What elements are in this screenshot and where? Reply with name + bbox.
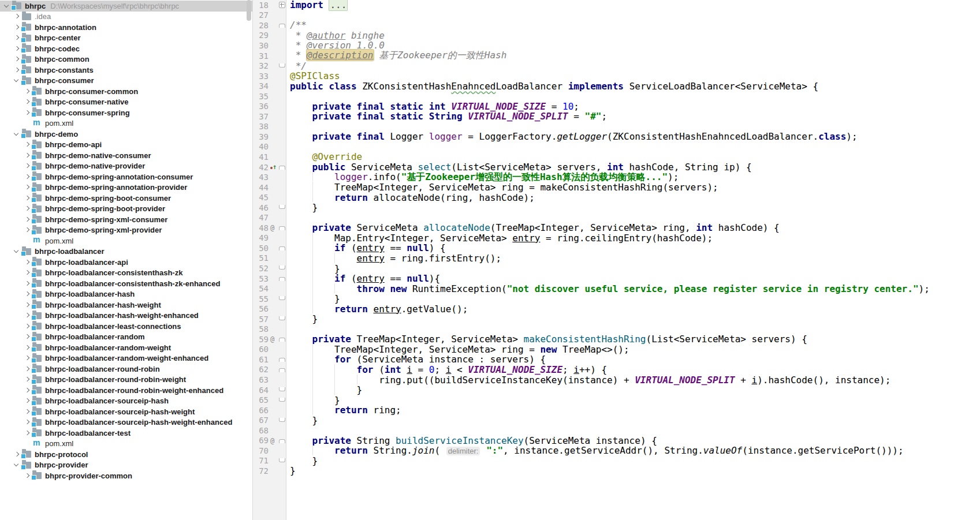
- tree-item[interactable]: bhrpc-demo-spring-xml-provider: [0, 225, 252, 236]
- editor-line[interactable]: 48private ServiceMeta allocateNode(TreeM…: [253, 223, 980, 233]
- tree-item[interactable]: bhrpcD:\Workspaces\myself\rpc\bhrpc\bhrp…: [0, 1, 252, 12]
- tree-item[interactable]: bhrpc-protocol: [0, 449, 252, 460]
- editor-line[interactable]: 66return ring;: [253, 405, 980, 416]
- chevron-down-icon[interactable]: [12, 461, 21, 469]
- editor-line[interactable]: 60TreeMap<Integer, ServiceMeta> ring = n…: [253, 345, 980, 355]
- editor-line[interactable]: 53if (entry == null){: [253, 274, 980, 284]
- chevron-right-icon[interactable]: [23, 407, 31, 416]
- fold-open-icon[interactable]: [279, 368, 285, 372]
- chevron-right-icon[interactable]: [23, 162, 31, 170]
- chevron-right-icon[interactable]: [23, 226, 31, 234]
- tree-item[interactable]: bhrpc-loadbalancer-sourceip-hash: [0, 396, 252, 407]
- editor-line[interactable]: 43logger.info("基于Zookeeper增强型的一致性Hash算法的…: [253, 172, 980, 182]
- tree-item[interactable]: bhrpc-loadbalancer-sourceip-hash-weight-…: [0, 417, 252, 428]
- override-method-icon[interactable]: [269, 162, 278, 173]
- code-text[interactable]: * @description 基于Zookeeper的一致性Hash: [286, 50, 506, 62]
- editor-line[interactable]: 41@Override: [253, 152, 980, 162]
- tree-item[interactable]: bhrpc-consumer-native: [0, 97, 252, 108]
- editor-line[interactable]: 18import ...: [253, 0, 980, 10]
- chevron-right-icon[interactable]: [23, 109, 31, 117]
- chevron-right-icon[interactable]: [23, 290, 31, 298]
- chevron-right-icon[interactable]: [23, 183, 31, 192]
- chevron-down-icon[interactable]: [12, 76, 21, 85]
- fold-end-icon[interactable]: [279, 418, 285, 422]
- fold-open-icon[interactable]: [279, 338, 285, 342]
- chevron-right-icon[interactable]: [23, 215, 31, 224]
- chevron-right-icon[interactable]: [12, 12, 21, 21]
- chevron-right-icon[interactable]: [23, 173, 31, 181]
- tree-item[interactable]: pom.xml: [0, 439, 252, 450]
- chevron-right-icon[interactable]: [23, 98, 31, 106]
- chevron-right-icon[interactable]: [23, 386, 31, 395]
- editor-line[interactable]: 56return entry.getValue();: [253, 304, 980, 314]
- tree-item[interactable]: bhrpc-demo-spring-annotation-consumer: [0, 171, 252, 182]
- chevron-right-icon[interactable]: [12, 33, 21, 42]
- code-text[interactable]: private TreeMap<Integer, ServiceMeta> ma…: [286, 334, 807, 345]
- editor-line[interactable]: 37private final static String VIRTUAL_NO…: [253, 111, 980, 122]
- chevron-right-icon[interactable]: [23, 343, 31, 352]
- tree-item[interactable]: bhrpc-loadbalancer-round-robin-weight: [0, 375, 252, 386]
- editor-line[interactable]: 44TreeMap<Integer, ServiceMeta> ring = m…: [253, 182, 980, 193]
- fold-open-icon[interactable]: [279, 226, 285, 230]
- code-text[interactable]: }: [286, 455, 318, 466]
- editor-line[interactable]: 40: [253, 142, 980, 152]
- fold-open-icon[interactable]: [279, 246, 285, 250]
- code-text[interactable]: public class ZKConsistentHashEnahncedLoa…: [286, 81, 818, 92]
- fold-open-icon[interactable]: [279, 24, 285, 28]
- code-text[interactable]: private String buildServiceInstanceKey(S…: [286, 435, 657, 446]
- chevron-right-icon[interactable]: [23, 472, 31, 480]
- annotated-method-icon[interactable]: [269, 334, 278, 345]
- annotated-method-icon[interactable]: [269, 223, 278, 233]
- editor-line[interactable]: 62for (int i = 0; i < VIRTUAL_NODE_SIZE;…: [253, 365, 980, 375]
- tree-item[interactable]: bhrpc-loadbalancer-hash-weight: [0, 300, 252, 310]
- fold-end-icon[interactable]: [279, 265, 285, 270]
- tree-item[interactable]: bhrpc-loadbalancer-hash: [0, 289, 252, 300]
- tree-item[interactable]: bhrpc-demo-spring-boot-provider: [0, 204, 252, 215]
- code-text[interactable]: return ring;: [286, 405, 401, 416]
- chevron-right-icon[interactable]: [23, 301, 31, 309]
- code-text[interactable]: throw new RuntimeException("not discover…: [286, 283, 930, 294]
- tree-item[interactable]: bhrpc-constants: [0, 65, 252, 76]
- code-text[interactable]: */: [286, 61, 307, 72]
- code-text[interactable]: @SPIClass: [286, 70, 340, 81]
- editor-line[interactable]: 59private TreeMap<Integer, ServiceMeta> …: [253, 334, 980, 345]
- code-text[interactable]: }: [286, 293, 340, 304]
- tree-item[interactable]: bhrpc-demo-native-provider: [0, 161, 252, 172]
- chevron-right-icon[interactable]: [23, 322, 31, 331]
- editor-line[interactable]: 54throw new RuntimeException("not discov…: [253, 283, 980, 294]
- tree-item[interactable]: bhrpc-loadbalancer-round-robin-weight-en…: [0, 385, 252, 396]
- fold-end-icon[interactable]: [279, 205, 285, 209]
- tree-item[interactable]: pom.xml: [0, 235, 252, 246]
- tree-item[interactable]: bhrpc-demo-spring-xml-consumer: [0, 214, 252, 225]
- editor-line[interactable]: 31 * @description 基于Zookeeper的一致性Hash: [253, 51, 980, 61]
- tree-item[interactable]: bhrpc-codec: [0, 43, 252, 54]
- chevron-right-icon[interactable]: [23, 268, 31, 277]
- code-text[interactable]: @Override: [286, 151, 362, 162]
- tree-item[interactable]: bhrpc-loadbalancer-consistenthash-zk: [0, 268, 252, 279]
- editor-line[interactable]: 50if (entry == null) {: [253, 243, 980, 253]
- tree-item[interactable]: bhrpc-loadbalancer-hash-weight-enhanced: [0, 310, 252, 321]
- editor-line[interactable]: 61for (ServiceMeta instance : servers) {: [253, 354, 980, 365]
- tree-item[interactable]: bhrpc-loadbalancer-random: [0, 332, 252, 343]
- tree-item[interactable]: bhrpc-loadbalancer-api: [0, 257, 252, 268]
- chevron-right-icon[interactable]: [23, 151, 31, 160]
- code-text[interactable]: if (entry == null) {: [286, 242, 446, 253]
- editor-line[interactable]: 38: [253, 122, 980, 132]
- chevron-right-icon[interactable]: [12, 44, 21, 53]
- code-text[interactable]: }: [286, 415, 318, 426]
- fold-end-icon[interactable]: [279, 296, 285, 300]
- tree-item[interactable]: bhrpc-common: [0, 54, 252, 65]
- code-text[interactable]: TreeMap<Integer, ServiceMeta> ring = new…: [286, 344, 629, 355]
- editor-line[interactable]: 36private final static int VIRTUAL_NODE_…: [253, 101, 980, 111]
- tree-item[interactable]: bhrpc-demo-native-consumer: [0, 150, 252, 161]
- tree-item[interactable]: pom.xml: [0, 118, 252, 129]
- chevron-right-icon[interactable]: [12, 66, 21, 74]
- chevron-right-icon[interactable]: [23, 365, 31, 373]
- chevron-right-icon[interactable]: [23, 429, 31, 437]
- editor-line[interactable]: 33@SPIClass: [253, 71, 980, 81]
- tree-scrollbar-thumb[interactable]: [247, 0, 251, 21]
- code-text[interactable]: TreeMap<Integer, ServiceMeta> ring = mak…: [286, 182, 718, 193]
- code-text[interactable]: }: [286, 202, 318, 213]
- fold-end-icon[interactable]: [279, 398, 285, 402]
- editor-line[interactable]: 47: [253, 212, 980, 223]
